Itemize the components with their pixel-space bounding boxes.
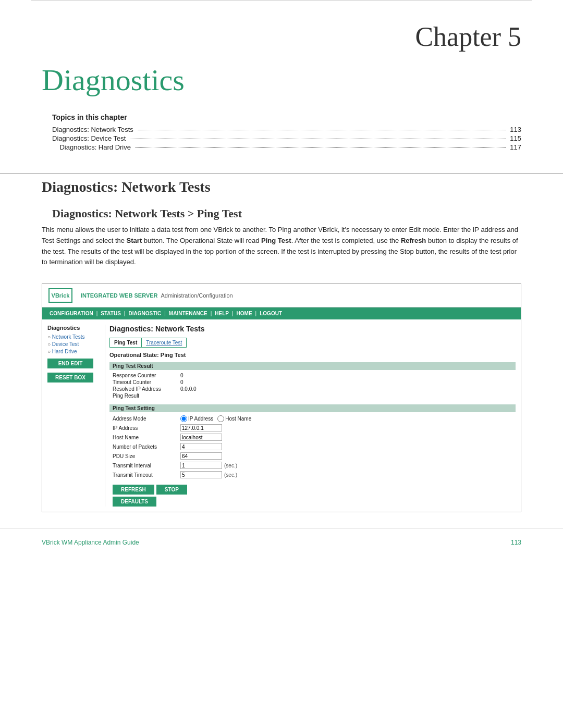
result-label-response: Response Counter bbox=[113, 373, 180, 378]
footer-right: 113 bbox=[511, 539, 521, 546]
sidebar-link-hard-drive[interactable]: Hard Drive bbox=[47, 349, 101, 354]
nav-logout[interactable]: LOGOUT bbox=[258, 310, 284, 317]
sidebar-title: Diagnostics bbox=[47, 325, 101, 331]
sidebar: Diagnostics Network Tests Device Test Ha… bbox=[47, 325, 105, 507]
chapter-header: Chapter 5 bbox=[0, 1, 563, 57]
tab-bar: Ping Test Traceroute Test bbox=[109, 338, 187, 348]
end-edit-button[interactable]: END EDIT bbox=[47, 359, 93, 368]
setting-label-transmit-interval: Transmit Interval bbox=[113, 463, 180, 468]
radio-input-host[interactable] bbox=[217, 415, 224, 422]
pdu-size-input[interactable] bbox=[180, 452, 222, 460]
tab-traceroute-test[interactable]: Traceroute Test bbox=[142, 338, 186, 347]
setting-row-host-name: Host Name bbox=[109, 433, 516, 442]
panel-title: Diagnostics: Network Tests bbox=[109, 325, 516, 333]
footer-left: VBrick WM Appliance Admin Guide bbox=[42, 539, 139, 546]
result-value-timeout: 0 bbox=[180, 379, 183, 385]
tab-ping-test[interactable]: Ping Test bbox=[110, 338, 142, 347]
operational-state: Operational State: Ping Test bbox=[109, 352, 516, 358]
setting-label-ip-address: IP Address bbox=[113, 425, 180, 431]
radio-ip-address[interactable]: IP Address bbox=[180, 415, 213, 422]
transmit-interval-input[interactable] bbox=[180, 462, 222, 469]
nav-status[interactable]: STATUS bbox=[99, 310, 123, 317]
page-footer: VBrick WM Appliance Admin Guide 113 bbox=[0, 528, 563, 557]
sidebar-link-network-tests[interactable]: Network Tests bbox=[47, 334, 101, 340]
web-header-subtitle: Administration/Configuration bbox=[161, 292, 233, 299]
result-row-ping: Ping Result bbox=[109, 392, 516, 399]
web-header-title: INTEGRATED WEB SERVER bbox=[81, 292, 158, 299]
radio-input-ip[interactable] bbox=[180, 415, 187, 422]
defaults-button[interactable]: DEFAULTS bbox=[113, 497, 156, 507]
result-row-timeout: Timeout Counter 0 bbox=[109, 379, 516, 386]
topic-page-1: 113 bbox=[508, 126, 521, 133]
main-panel: Diagnostics: Network Tests Ping Test Tra… bbox=[105, 325, 516, 507]
sidebar-link-device-test[interactable]: Device Test bbox=[47, 341, 101, 347]
radio-host-name[interactable]: Host Name bbox=[217, 415, 251, 422]
refresh-button[interactable]: REFRESH bbox=[113, 485, 154, 495]
result-row-ip: Resolved IP Address 0.0.0.0 bbox=[109, 386, 516, 392]
result-value-response: 0 bbox=[180, 373, 183, 378]
nav-diagnostic[interactable]: DIAGNOSTIC bbox=[126, 310, 163, 317]
section1-heading: Diagnostics: Network Tests bbox=[0, 173, 563, 199]
screenshot-container: VBrick INTEGRATED WEB SERVER Administrat… bbox=[42, 283, 521, 512]
page-container: Chapter 5 Diagnostics Topics in this cha… bbox=[0, 0, 563, 728]
topic-page-3: 117 bbox=[508, 143, 521, 151]
result-value-ip: 0.0.0.0 bbox=[180, 386, 197, 392]
setting-row-packets: Number of Packets bbox=[109, 442, 516, 451]
result-label-timeout: Timeout Counter bbox=[113, 379, 180, 385]
topic-row-3: Diagnostics: Hard Drive 117 bbox=[52, 143, 521, 151]
topic-row-1: Diagnostics: Network Tests 113 bbox=[52, 126, 521, 133]
action-bar: REFRESH STOP bbox=[109, 485, 516, 495]
transmit-interval-unit: (sec.) bbox=[224, 463, 237, 468]
chapter-number: Chapter 5 bbox=[415, 22, 521, 52]
main-title: Diagnostics bbox=[0, 57, 563, 113]
setting-row-ip-address: IP Address bbox=[109, 423, 516, 433]
setting-label-packets: Number of Packets bbox=[113, 444, 180, 450]
topic-label-3: Diagnostics: Hard Drive bbox=[52, 143, 133, 151]
setting-label-address-mode: Address Mode bbox=[113, 416, 180, 422]
topic-dots-3 bbox=[135, 147, 506, 148]
address-mode-radio-group: IP Address Host Name bbox=[180, 415, 251, 422]
vbrick-logo: VBrick bbox=[48, 288, 72, 303]
setting-label-transmit-timeout: Transmit Timeout bbox=[113, 472, 180, 478]
topic-dots-2 bbox=[130, 139, 506, 139]
reset-box-button[interactable]: RESET BOX bbox=[47, 373, 93, 382]
nav-home[interactable]: HOME bbox=[235, 310, 254, 317]
setting-row-address-mode: Address Mode IP Address Host Name bbox=[109, 414, 516, 423]
web-content: Diagnostics Network Tests Device Test Ha… bbox=[42, 319, 521, 512]
topic-label-2: Diagnostics: Device Test bbox=[52, 134, 128, 142]
result-label-ping: Ping Result bbox=[113, 393, 180, 399]
setting-row-transmit-interval: Transmit Interval (sec.) bbox=[109, 461, 516, 470]
transmit-timeout-unit: (sec.) bbox=[224, 472, 237, 478]
transmit-timeout-input[interactable] bbox=[180, 471, 222, 478]
setting-label-host-name: Host Name bbox=[113, 435, 180, 440]
host-name-input[interactable] bbox=[180, 434, 222, 441]
subsection1-heading: Diagnostics: Network Tests > Ping Test bbox=[0, 199, 563, 225]
result-row-response: Response Counter 0 bbox=[109, 372, 516, 379]
logo-text: VBrick bbox=[52, 292, 70, 299]
nav-configuration[interactable]: CONFIGURATION bbox=[47, 310, 95, 317]
topic-row-2: Diagnostics: Device Test 115 bbox=[52, 134, 521, 142]
result-heading: Ping Test Result bbox=[109, 362, 516, 370]
topics-heading: Topics in this chapter bbox=[52, 113, 521, 121]
nav-maintenance[interactable]: MAINTENANCE bbox=[167, 310, 210, 317]
nav-help[interactable]: HELP bbox=[213, 310, 231, 317]
topic-dots-1 bbox=[138, 130, 506, 130]
vbrick-logo-box: VBrick bbox=[48, 288, 72, 303]
setting-row-transmit-timeout: Transmit Timeout (sec.) bbox=[109, 470, 516, 479]
packets-input[interactable] bbox=[180, 443, 222, 450]
topics-section: Topics in this chapter Diagnostics: Netw… bbox=[0, 113, 563, 168]
setting-row-pdu-size: PDU Size bbox=[109, 451, 516, 461]
nav-bar: CONFIGURATION | STATUS | DIAGNOSTIC | MA… bbox=[42, 307, 521, 319]
body-text: This menu allows the user to initiate a … bbox=[0, 225, 563, 278]
topic-label-1: Diagnostics: Network Tests bbox=[52, 126, 136, 133]
setting-label-pdu-size: PDU Size bbox=[113, 453, 180, 459]
action-btn-row2: DEFAULTS bbox=[109, 497, 516, 507]
setting-heading: Ping Test Setting bbox=[109, 404, 516, 412]
topics-table: Diagnostics: Network Tests 113 Diagnosti… bbox=[52, 126, 521, 151]
ip-address-input[interactable] bbox=[180, 424, 222, 431]
stop-button[interactable]: STOP bbox=[156, 485, 187, 495]
ping-test-result-section: Ping Test Result Response Counter 0 Time… bbox=[109, 362, 516, 399]
topic-page-2: 115 bbox=[508, 134, 521, 142]
web-header: VBrick INTEGRATED WEB SERVER Administrat… bbox=[42, 284, 521, 307]
result-label-ip: Resolved IP Address bbox=[113, 386, 180, 392]
